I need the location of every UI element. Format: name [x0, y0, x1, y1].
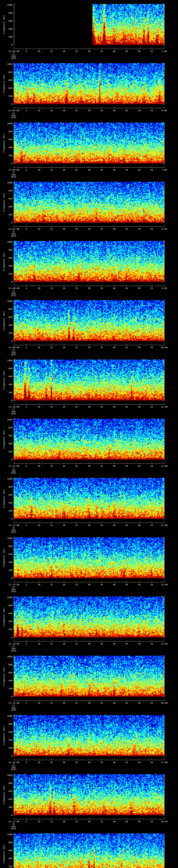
freq-tick-label: 400 — [2, 146, 12, 149]
spectrogram-stack: Frequency (Hz) 0200400600800100021:04:00… — [0, 0, 178, 868]
time-start-label: 21:10:00 — [8, 406, 20, 408]
time-start-label: 21:09:00 — [8, 346, 20, 349]
time-tick-label: 20 — [63, 169, 65, 171]
time-tick-label: 20 — [63, 524, 65, 526]
time-tick-label: 15 — [50, 643, 53, 645]
time-tick-label: 30 — [88, 406, 91, 408]
spectrogram-panel: Frequency (Hz) 0200400600800100021:04:00… — [0, 0, 178, 59]
y-axis-title: Frequency (Hz) — [3, 844, 5, 864]
freq-tick-label: 0 — [2, 577, 12, 579]
time-tick-label: 25 — [75, 761, 78, 764]
time-tick-label: 45 — [125, 169, 128, 171]
time-end-label: 17:00 — [161, 761, 168, 764]
spectrogram-canvas — [0, 592, 178, 645]
time-tick-label: 15 — [50, 702, 53, 704]
time-tick-label: 55 — [150, 406, 153, 408]
freq-tick-label: 0 — [2, 340, 12, 342]
time-end-label: 15:00 — [161, 643, 168, 645]
freq-tick-label: 1000 — [2, 596, 12, 598]
time-tick-label: 10 — [37, 406, 40, 408]
time-tick-label: 10 — [37, 287, 40, 289]
time-tick-label: 30 — [88, 643, 91, 645]
time-tick-label: 55 — [150, 761, 153, 764]
freq-tick-label: 0 — [2, 636, 12, 639]
spectrogram-panel: Frequency (Hz) 0200400600800100021:15:00… — [0, 652, 178, 711]
freq-tick-label: 600 — [2, 435, 12, 437]
time-tick-label: 15 — [50, 465, 53, 467]
time-tick-label: 30 — [88, 287, 91, 289]
freq-tick-label: 600 — [2, 553, 12, 555]
time-tick-label: 30 — [88, 584, 91, 586]
time-tick-label: 25 — [75, 465, 78, 467]
time-tick-label: 15 — [50, 228, 53, 230]
freq-tick-label: 400 — [2, 28, 12, 30]
freq-tick-label: 1000 — [2, 537, 12, 539]
y-axis-title: Frequency (Hz) — [3, 489, 5, 508]
time-tick-label: 50 — [138, 465, 141, 467]
spectrogram-panel: Frequency (Hz) 0200400600800100021:08:00… — [0, 237, 178, 296]
time-tick-label: 35 — [100, 643, 103, 645]
time-tick-label: 45 — [125, 50, 128, 53]
freq-tick-label: 200 — [2, 687, 12, 690]
freq-tick-label: 800 — [2, 12, 12, 14]
time-tick-label: 40 — [113, 406, 116, 408]
time-tick-label: 35 — [100, 702, 103, 704]
freq-tick-label: 1000 — [2, 418, 12, 421]
time-tick-label: 5 — [26, 346, 27, 349]
time-tick-label: 5 — [26, 169, 27, 171]
time-tick-label: 20 — [63, 584, 65, 586]
freq-tick-label: 800 — [2, 663, 12, 666]
y-axis-title: Frequency (Hz) — [3, 608, 5, 626]
time-tick-label: 50 — [138, 584, 141, 586]
freq-tick-label: 0 — [2, 103, 12, 105]
time-tick-label: 25 — [75, 110, 78, 112]
freq-tick-label: 600 — [2, 731, 12, 733]
time-tick-label: 30 — [88, 524, 91, 526]
time-tick-label: 25 — [75, 584, 78, 586]
freq-tick-label: 0 — [2, 162, 12, 164]
time-tick-label: 55 — [150, 524, 153, 526]
freq-tick-label: 400 — [2, 265, 12, 267]
time-tick-label: 35 — [100, 169, 103, 171]
spectrogram-canvas — [0, 355, 178, 408]
freq-tick-label: 600 — [2, 197, 12, 200]
time-start-label: 21:15:00 — [8, 702, 20, 704]
freq-tick-label: 600 — [2, 316, 12, 318]
time-tick-label: 50 — [138, 110, 141, 112]
freq-tick-label: 800 — [2, 130, 12, 133]
time-tick-label: 35 — [100, 406, 103, 408]
freq-tick-label: 1000 — [2, 4, 12, 6]
time-tick-label: 50 — [138, 346, 141, 349]
time-start-label: 21:14:00 — [8, 643, 20, 645]
time-tick-label: 5 — [26, 406, 27, 408]
time-end-label: 10:00 — [161, 346, 168, 349]
freq-tick-label: 600 — [2, 138, 12, 141]
time-end-label: 9:00 — [161, 287, 167, 289]
time-tick-label: 40 — [113, 228, 116, 230]
freq-tick-label: 800 — [2, 782, 12, 784]
freq-tick-label: 400 — [2, 739, 12, 741]
y-axis-title: Frequency (Hz) — [3, 370, 5, 390]
freq-tick-label: 400 — [2, 620, 12, 623]
time-tick-label: 25 — [75, 643, 78, 645]
y-axis-title: Frequency (Hz) — [3, 666, 5, 686]
spectrogram-panel: Frequency (Hz) 0200400600800100021:16:00… — [0, 711, 178, 770]
time-tick-label: 10 — [37, 169, 40, 171]
freq-tick-label: 800 — [2, 604, 12, 607]
time-end-label: 16:00 — [161, 702, 168, 704]
freq-tick-label: 400 — [2, 324, 12, 326]
time-tick-label: 45 — [125, 584, 128, 586]
time-tick-label: 45 — [125, 406, 128, 408]
time-tick-label: 10 — [37, 702, 40, 704]
freq-tick-label: 800 — [2, 486, 12, 488]
date-line: 2015 — [11, 531, 16, 533]
time-tick-label: 20 — [63, 287, 65, 289]
time-tick-label: 45 — [125, 110, 128, 112]
freq-tick-label: 200 — [2, 451, 12, 453]
time-tick-label: 50 — [138, 524, 141, 526]
time-tick-label: 40 — [113, 465, 116, 467]
time-end-label: 5:00 — [161, 50, 167, 53]
y-axis-title: Frequency (Hz) — [3, 252, 5, 271]
time-tick-label: 15 — [50, 287, 53, 289]
time-tick-label: 20 — [63, 465, 65, 467]
